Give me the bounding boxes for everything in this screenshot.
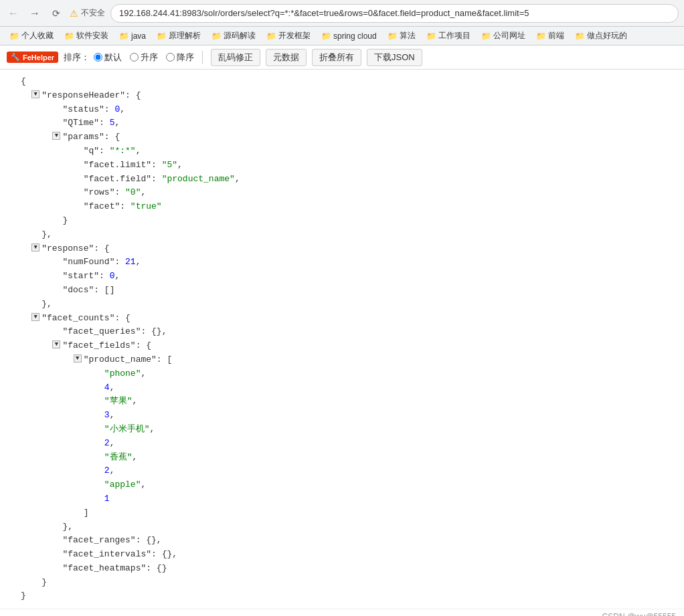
bookmark-item[interactable]: 📁算法 — [383, 29, 420, 43]
json-colon: : {}, — [136, 534, 162, 548]
json-line: "apple", — [11, 478, 673, 492]
json-punctuation: } — [62, 214, 68, 228]
json-punctuation: ] — [84, 506, 89, 520]
address-text: 192.168.244.41:8983/solr/orders/select?q… — [119, 8, 529, 18]
json-array-value: "苹果" — [104, 395, 133, 409]
json-line: 4, — [11, 381, 673, 395]
bookmark-label: 开发框架 — [278, 30, 311, 41]
bookmark-item[interactable]: 📁原理解析 — [153, 29, 205, 43]
json-line: 2, — [11, 437, 673, 451]
bookmark-item[interactable]: 📁公司网址 — [477, 29, 529, 43]
bookmark-label: 原理解析 — [169, 30, 201, 41]
bookmark-item[interactable]: 📁java — [115, 30, 150, 42]
bookmark-label: 工作项目 — [438, 30, 471, 41]
bookmark-item[interactable]: 📁个人收藏 — [5, 29, 58, 43]
json-colon: : [] — [94, 284, 114, 298]
json-key: "facet.field" — [84, 173, 151, 187]
json-line: "小米手机", — [11, 423, 673, 437]
json-key: "responseHeader" — [41, 89, 125, 103]
security-text: 不安全 — [81, 7, 105, 19]
bookmark-item[interactable]: 📁spring cloud — [317, 30, 381, 42]
sort-label: 排序： — [64, 52, 90, 64]
folder-icon: 📁 — [9, 31, 19, 41]
json-line: "facet_queries": {}, — [11, 325, 673, 339]
json-value: "0" — [125, 186, 141, 200]
json-key: "facet_ranges" — [62, 534, 135, 548]
bookmark-item[interactable]: 📁软件安装 — [60, 29, 112, 43]
json-line: ▼"product_name": [ — [11, 353, 673, 367]
json-line: ▼"facet_counts": { — [11, 312, 673, 326]
json-line: ▼"params": { — [11, 130, 673, 144]
json-key: "facet_queries" — [62, 325, 141, 339]
folder-icon: 📁 — [64, 31, 74, 41]
json-array-value: 4 — [104, 381, 110, 395]
json-array-value: "apple" — [104, 478, 141, 492]
divider — [202, 51, 203, 64]
json-value: 5 — [110, 116, 115, 130]
bookmark-label: 做点好玩的 — [587, 30, 627, 41]
json-key: "facet_heatmaps" — [62, 562, 146, 576]
json-colon: : { — [125, 89, 141, 103]
json-key: "QTime" — [62, 116, 99, 130]
json-array-value: 1 — [104, 492, 110, 506]
sort-default[interactable]: 默认 — [94, 52, 122, 64]
json-array-value: "香蕉" — [104, 451, 133, 465]
meta-data-button[interactable]: 元数据 — [266, 49, 307, 66]
toggle-btn[interactable]: ▼ — [31, 243, 39, 251]
json-punctuation: }, — [62, 520, 73, 534]
toggle-btn[interactable]: ▼ — [52, 132, 60, 140]
json-line: ▼"responseHeader": { — [11, 89, 673, 103]
json-colon: : — [99, 144, 110, 159]
toggle-btn[interactable]: ▼ — [52, 340, 60, 348]
json-line: "香蕉", — [11, 451, 673, 465]
browser-toolbar: ← → ⟳ ⚠ 不安全 192.168.244.41:8983/solr/ord… — [0, 0, 684, 27]
forward-button[interactable]: → — [27, 5, 43, 21]
warning-icon: ⚠ — [70, 8, 78, 19]
json-array-value: 2 — [104, 464, 110, 478]
fehelper-logo-text: FeHelper — [23, 54, 54, 62]
json-value: "true" — [131, 200, 162, 214]
json-key: "params" — [62, 130, 104, 144]
json-array-value: 2 — [104, 437, 110, 451]
json-line: 2, — [11, 464, 673, 478]
json-value: "product_name" — [162, 173, 235, 187]
bookmark-item[interactable]: 📁源码解读 — [207, 29, 260, 43]
json-line: "facet_intervals": {}, — [11, 548, 673, 562]
fehelper-bar: 🔧 FeHelper 排序： 默认 升序 降序 乱码修正 元数据 折叠所有 下载… — [0, 45, 684, 70]
json-line: "facet": "true" — [11, 200, 673, 214]
bookmark-label: 前端 — [548, 30, 564, 41]
refresh-button[interactable]: ⟳ — [48, 5, 64, 21]
bookmark-label: spring cloud — [333, 31, 377, 41]
folder-icon: 📁 — [321, 31, 331, 41]
json-punctuation: } — [21, 589, 26, 603]
toggle-btn[interactable]: ▼ — [74, 354, 82, 363]
fold-all-button[interactable]: 折叠所有 — [312, 49, 361, 66]
json-line: "facet_heatmaps": {} — [11, 562, 673, 576]
sort-asc[interactable]: 升序 — [130, 52, 158, 64]
json-key: "q" — [84, 144, 99, 159]
bookmark-item[interactable]: 📁开发框架 — [262, 29, 315, 43]
json-line: } — [11, 576, 673, 590]
sort-desc[interactable]: 降序 — [166, 52, 194, 64]
footer: CSDN @wu@55555 — [0, 609, 684, 616]
security-indicator: ⚠ 不安全 — [70, 7, 105, 19]
bookmark-item[interactable]: 📁做点好玩的 — [571, 29, 631, 43]
fehelper-logo-icon: 🔧 — [11, 53, 20, 62]
folder-icon: 📁 — [119, 31, 129, 41]
json-key: "facet_counts" — [41, 312, 114, 326]
json-colon: : — [99, 116, 110, 130]
json-colon: : — [114, 186, 125, 200]
json-line: "status": 0, — [11, 103, 673, 117]
fix-encoding-button[interactable]: 乱码修正 — [211, 49, 260, 66]
address-bar[interactable]: 192.168.244.41:8983/solr/orders/select?q… — [110, 4, 679, 23]
toggle-btn[interactable]: ▼ — [31, 90, 39, 98]
json-line: "苹果", — [11, 395, 673, 409]
bookmark-label: java — [131, 31, 146, 41]
download-json-button[interactable]: 下载JSON — [367, 49, 422, 66]
toggle-btn[interactable]: ▼ — [31, 313, 39, 321]
bookmark-label: 源码解读 — [224, 30, 256, 41]
bookmark-item[interactable]: 📁前端 — [532, 29, 568, 43]
back-button[interactable]: ← — [5, 5, 21, 21]
json-line: "facet_ranges": {}, — [11, 534, 673, 548]
bookmark-item[interactable]: 📁工作项目 — [422, 29, 475, 43]
